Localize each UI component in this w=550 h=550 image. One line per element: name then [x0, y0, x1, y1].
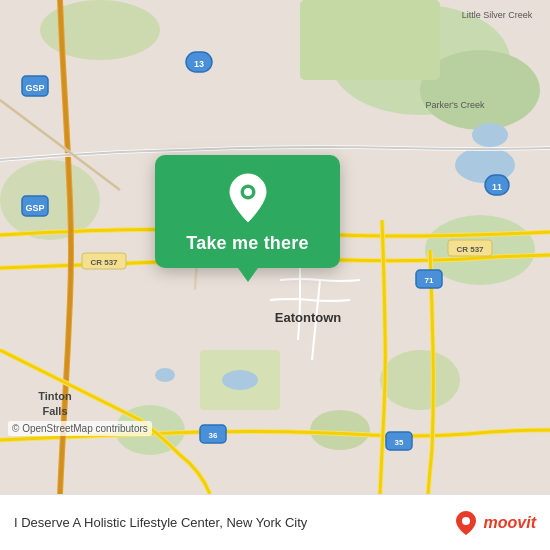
take-me-there-label: Take me there [186, 233, 308, 254]
svg-point-7 [380, 350, 460, 410]
moovit-label: moovit [484, 514, 536, 532]
svg-text:Little Silver Creek: Little Silver Creek [462, 10, 533, 20]
svg-text:GSP: GSP [25, 83, 44, 93]
svg-text:35: 35 [395, 438, 404, 447]
svg-text:CR 537: CR 537 [90, 258, 118, 267]
svg-text:11: 11 [492, 182, 502, 192]
svg-text:CR 537: CR 537 [456, 245, 484, 254]
svg-text:GSP: GSP [25, 203, 44, 213]
location-text: I Deserve A Holistic Lifestyle Center, N… [14, 515, 452, 530]
svg-text:Falls: Falls [42, 405, 67, 417]
osm-credit: © OpenStreetMap contributors [8, 421, 152, 436]
svg-text:Tinton: Tinton [38, 390, 72, 402]
svg-text:Parker's Creek: Parker's Creek [425, 100, 485, 110]
pin-icon-wrapper [223, 173, 273, 223]
svg-point-12 [472, 123, 508, 147]
svg-point-42 [462, 517, 470, 525]
map-pin-icon [226, 172, 270, 224]
take-me-there-card[interactable]: Take me there [155, 155, 340, 268]
moovit-logo[interactable]: moovit [452, 509, 536, 537]
svg-point-13 [222, 370, 258, 390]
svg-point-14 [155, 368, 175, 382]
svg-text:13: 13 [194, 59, 204, 69]
svg-point-41 [244, 188, 252, 196]
moovit-icon [452, 509, 480, 537]
svg-text:Eatontown: Eatontown [275, 310, 341, 325]
svg-text:71: 71 [425, 276, 434, 285]
svg-text:36: 36 [209, 431, 218, 440]
svg-rect-3 [300, 0, 440, 80]
svg-point-5 [0, 160, 100, 240]
svg-point-10 [310, 410, 370, 450]
map-container: GSP GSP 13 11 CR 537 CR 537 CR 537 36 71… [0, 0, 550, 494]
bottom-bar: I Deserve A Holistic Lifestyle Center, N… [0, 494, 550, 550]
